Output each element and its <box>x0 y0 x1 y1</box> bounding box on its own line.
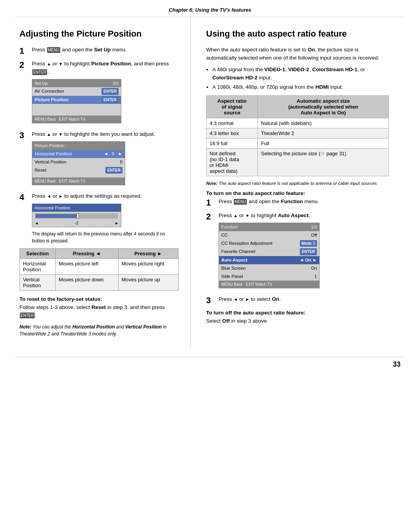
favorite-channel-label: Favorite Channel <box>221 248 256 255</box>
side-panel-label: Side Panel <box>221 273 243 280</box>
function-menu-header: Function 1/2 <box>219 223 319 231</box>
to-on-heading: To turn on the auto aspect ratio feature… <box>206 190 389 196</box>
function-menu-footer: MENU Back EXIT Watch TV <box>219 281 319 288</box>
function-menu-page: 1/2 <box>311 224 317 230</box>
footer-line <box>16 357 404 357</box>
down-arrow-icon2 <box>59 131 63 137</box>
right-step-1-num: 1 <box>206 198 217 208</box>
reset-text: Follow steps 1-3 above, select Reset in … <box>19 304 178 320</box>
av-connection-label: AV Connection <box>35 88 64 95</box>
aspect-note: Note: The auto aspect ratio feature is n… <box>206 180 389 186</box>
vertical-position-row: Vertical Position 0 <box>32 158 125 166</box>
aspect-signal-4: Not defined(no ID-1 dataor HDMIaspect da… <box>206 148 258 176</box>
slider-fill <box>35 214 77 218</box>
bullet-1: A 480i signal from the VIDEO-1, VIDEO-2,… <box>212 65 389 82</box>
picture-position-menu-header: Picture Position <box>32 142 125 150</box>
horizontal-selection: HorizontalPosition <box>20 259 56 275</box>
aspect-row-4: Not defined(no ID-1 dataor HDMIaspect da… <box>206 148 389 176</box>
aspect-row-3: 16:9 full Full <box>206 138 389 148</box>
favorite-channel-row: Favorite Channel ENTER <box>219 248 319 256</box>
right-step-3-num: 3 <box>206 295 217 306</box>
blue-screen-row: Blue Screen On <box>219 264 319 272</box>
setup-menu-page: 2/2 <box>113 80 119 87</box>
reset-row: Reset ENTER <box>32 166 125 174</box>
left-arrow-icon <box>47 193 51 199</box>
av-connection-enter: ENTER <box>102 88 119 95</box>
auto-aspect-header: Automatic aspect size(automatically sele… <box>258 95 389 118</box>
up-arrow-right <box>233 212 238 218</box>
bullet-2: A 1080i, 480i, 480p, or 720p signal from… <box>212 83 389 91</box>
to-off-heading: To turn off the auto aspect ratio featur… <box>206 310 389 316</box>
aspect-size-4: Selecting the picture size (☞ page 31) <box>258 148 389 176</box>
aspect-size-2: TheaterWide 2 <box>258 128 389 138</box>
horizontal-arrows: ◄ 0 ► <box>104 151 122 157</box>
slider-labels: ◄ -2 ► <box>32 220 121 227</box>
pressing-right-header: Pressing ► <box>118 249 178 259</box>
vertical-value: 0 <box>120 159 122 165</box>
right-step-2-num: 2 <box>206 212 217 222</box>
vertical-row: VerticalPosition Moves picture down Move… <box>20 275 178 291</box>
aspect-signal-3: 16:9 full <box>206 138 258 148</box>
picture-position-menu-footer: MENU Back EXIT Watch TV <box>32 177 125 185</box>
setup-menu-footer: MENU Back EXIT Watch TV <box>32 116 121 123</box>
blue-screen-value: On <box>311 265 317 272</box>
vertical-position-label: Vertical Position <box>35 159 66 165</box>
step-3: 3 Press or to highlight the item you wan… <box>19 130 178 189</box>
selection-table: Selection Pressing ◄ Pressing ► Horizont… <box>19 248 178 291</box>
down-arrow-right <box>245 212 250 218</box>
slider-menu-box: Horizontal Position ◄ -2 ► <box>32 204 121 228</box>
aspect-signal-1: 4:3 normal <box>206 118 258 128</box>
reset-enter: ENTER <box>105 167 122 174</box>
enter-icon: ENTER <box>32 69 47 75</box>
aspect-size-3: Full <box>258 138 389 148</box>
exit-watch-label2: EXIT Watch TV <box>59 178 85 184</box>
right-step-2: 2 Press or to highlight Auto Aspect. Fun… <box>206 212 389 291</box>
down-arrow-icon <box>59 61 63 67</box>
cc-value: Off <box>311 232 317 239</box>
aspect-ratio-header: Aspect ratioof signalsource <box>206 95 258 118</box>
picture-position-enter: ENTER <box>102 97 119 103</box>
horizontal-left-action: Moves picture left <box>55 259 118 275</box>
left-arrow-right <box>233 296 238 302</box>
up-arrow-icon2 <box>47 131 51 137</box>
auto-aspect-label: Auto Aspect <box>221 257 247 263</box>
reset-heading: To reset to the factory-set status: <box>19 296 178 302</box>
menu-back-label2: MENU Back <box>35 178 56 184</box>
aspect-row-1: 4:3 normal Natural (with sidebars) <box>206 118 389 128</box>
vertical-right-action: Moves picture up <box>118 275 178 291</box>
page-number: 33 <box>0 357 420 369</box>
slider-header: Horizontal Position <box>32 204 121 212</box>
cc-label: CC <box>221 232 228 239</box>
step-3-num: 3 <box>19 130 30 140</box>
exit-watch-label: EXIT Watch TV <box>59 116 85 122</box>
vertical-left-action: Moves picture down <box>55 275 118 291</box>
auto-aspect-row: Auto Aspect ◄ On ► <box>219 256 319 264</box>
slider-value: -2 <box>75 220 79 226</box>
horizontal-position-label: Horizontal Position <box>35 151 72 157</box>
selection-col-header: Selection <box>20 249 56 259</box>
aspect-signal-2: 4:3 letter box <box>206 128 258 138</box>
step-3-content: Press or to highlight the item you want … <box>32 130 155 189</box>
right-step-2-content: Press or to highlight Auto Aspect. Funct… <box>219 212 320 291</box>
right-arrow-right2 <box>245 296 250 302</box>
aspect-row-2: 4:3 letter box TheaterWide 2 <box>206 128 389 138</box>
picture-position-row: Picture Position ENTER <box>32 96 121 104</box>
aspect-table: Aspect ratioof signalsource Automatic as… <box>206 95 389 176</box>
horizontal-row: HorizontalPosition Moves picture left Mo… <box>20 259 178 275</box>
chapter-header: Chapter 6: Using the TV's features <box>16 0 404 17</box>
side-panel-value: 1 <box>315 273 317 280</box>
menu-icon: MENU <box>47 47 60 53</box>
function-menu-box: Function 1/2 CC Off CC Reception Adjustm… <box>219 223 320 288</box>
picture-position-menu-box: Picture Position Horizontal Position ◄ 0… <box>32 141 125 185</box>
slider-thumb <box>77 213 79 219</box>
step-1: 1 Press MENU and open the Set Up menu. <box>19 46 178 56</box>
horizontal-position-row: Horizontal Position ◄ 0 ► <box>32 150 125 158</box>
blue-screen-label: Blue Screen <box>221 265 246 272</box>
bullet-list: A 480i signal from the VIDEO-1, VIDEO-2,… <box>212 65 389 91</box>
menu-back-label: MENU Back <box>35 116 56 122</box>
right-step-1: 1 Press MENU and open the Function menu. <box>206 198 389 208</box>
right-arrow-icon <box>59 193 63 199</box>
step-2: 2 Press or to highlight Picture Position… <box>19 60 178 126</box>
step-4-content: Press or to adjust the settings as requi… <box>32 192 178 244</box>
step-2-content: Press or to highlight Picture Position, … <box>32 60 178 126</box>
